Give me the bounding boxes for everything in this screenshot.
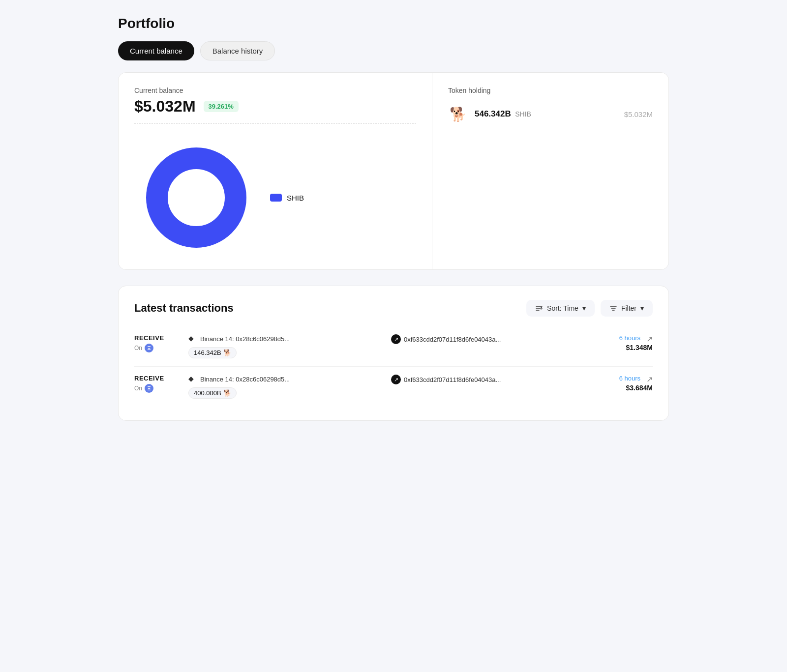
filter-button[interactable]: Filter ▾ bbox=[601, 300, 653, 317]
tx-type-2: RECEIVE bbox=[134, 375, 188, 382]
eth-icon-1: Ξ bbox=[145, 344, 153, 352]
tx-from-name-2: Binance 14: 0x28c6c06298d5... bbox=[200, 376, 290, 383]
tx-external-link-2[interactable]: ↗ bbox=[646, 375, 653, 384]
tx-usd-1: $1.348M bbox=[594, 344, 653, 351]
legend-shib: SHIB bbox=[270, 194, 304, 202]
tx-on-1: On Ξ bbox=[134, 344, 188, 352]
tx-to-addr-row-1: ↗ 0xf633cdd2f07d11f8d6fe04043a... bbox=[391, 334, 594, 344]
tx-from-col-2: ◆ Binance 14: 0x28c6c06298d5... 400.000B… bbox=[188, 375, 391, 399]
legend-area: SHIB bbox=[270, 194, 304, 202]
tx-to-addr-2: 0xf633cdd2f07d11f8d6fe04043a... bbox=[404, 376, 501, 383]
tx-to-col-1: ↗ 0xf633cdd2f07d11f8d6fe04043a... bbox=[391, 334, 594, 345]
tx-time-2: 6 hours bbox=[619, 375, 640, 382]
tx-type-col-1: RECEIVE On Ξ bbox=[134, 334, 188, 352]
tx-time-link-row-1: 6 hours ↗ bbox=[594, 334, 653, 344]
tx-external-link-1[interactable]: ↗ bbox=[646, 334, 653, 344]
tx-amount-value-2: 400.000B bbox=[194, 389, 221, 397]
tx-amount-value-1: 146.342B bbox=[194, 349, 221, 356]
tx-time-col-2: 6 hours ↗ $3.684M bbox=[594, 375, 653, 392]
balance-amount-row: $5.032M 39.261% bbox=[134, 97, 416, 116]
binance-icon-2: ◆ bbox=[188, 375, 197, 383]
legend-label-shib: SHIB bbox=[287, 194, 304, 202]
tab-current-balance[interactable]: Current balance bbox=[118, 41, 194, 60]
tx-on-label-2: On bbox=[134, 385, 142, 392]
balance-label: Current balance bbox=[134, 87, 416, 94]
sort-button[interactable]: Sort: Time ▾ bbox=[526, 300, 595, 317]
tx-amount-badge-2: 400.000B 🐕 bbox=[188, 387, 237, 399]
tx-shib-emoji-2: 🐕 bbox=[223, 389, 231, 397]
filter-label: Filter bbox=[621, 304, 636, 312]
tx-usd-2: $3.684M bbox=[594, 384, 653, 392]
tx-from-name-1: Binance 14: 0x28c6c06298d5... bbox=[200, 335, 290, 343]
tx-on-2: On Ξ bbox=[134, 384, 188, 393]
filter-chevron-icon: ▾ bbox=[640, 304, 644, 312]
table-row: RECEIVE On Ξ ◆ Binance 14: 0x28c6c06298d… bbox=[134, 326, 653, 367]
tx-to-col-2: ↗ 0xf633cdd2f07d11f8d6fe04043a... bbox=[391, 375, 594, 385]
binance-icon-1: ◆ bbox=[188, 334, 197, 343]
legend-dot-shib bbox=[270, 194, 282, 202]
tx-from-col-1: ◆ Binance 14: 0x28c6c06298d5... 146.342B… bbox=[188, 334, 391, 358]
tx-header: Latest transactions Sort: Time ▾ Filt bbox=[134, 300, 653, 317]
percent-badge: 39.261% bbox=[204, 101, 239, 112]
tx-from-addr-row-2: ◆ Binance 14: 0x28c6c06298d5... bbox=[188, 375, 391, 383]
token-name-amount: 546.342B SHIB bbox=[475, 109, 617, 119]
svg-point-1 bbox=[173, 174, 220, 221]
transactions-section: Latest transactions Sort: Time ▾ Filt bbox=[118, 286, 669, 421]
page-title: Portfolio bbox=[118, 16, 669, 31]
table-row: RECEIVE On Ξ ◆ Binance 14: 0x28c6c06298d… bbox=[134, 367, 653, 407]
tx-shib-emoji-1: 🐕 bbox=[223, 349, 231, 356]
balance-amount: $5.032M bbox=[134, 97, 196, 116]
token-row: 🐕 546.342B SHIB $5.032M bbox=[448, 104, 653, 124]
arrow-icon-2: ↗ bbox=[391, 375, 401, 384]
tx-time-link-row-2: 6 hours ↗ bbox=[594, 375, 653, 384]
balance-panel: Current balance $5.032M 39.261% SHIB bbox=[119, 73, 432, 269]
sort-icon bbox=[535, 304, 543, 312]
tab-row: Current balance Balance history bbox=[118, 41, 669, 60]
sort-label: Sort: Time bbox=[547, 304, 578, 312]
donut-svg bbox=[142, 144, 250, 252]
tx-on-label-1: On bbox=[134, 345, 142, 351]
tx-controls: Sort: Time ▾ Filter ▾ bbox=[526, 300, 653, 317]
donut-chart bbox=[142, 144, 250, 252]
tab-balance-history[interactable]: Balance history bbox=[200, 41, 275, 60]
tx-to-addr-1: 0xf633cdd2f07d11f8d6fe04043a... bbox=[404, 336, 501, 343]
tx-time-1: 6 hours bbox=[619, 334, 640, 342]
token-amount: 546.342B bbox=[475, 109, 511, 118]
arrow-icon-1: ↗ bbox=[391, 334, 401, 344]
tx-title: Latest transactions bbox=[134, 302, 234, 315]
token-panel: Token holding 🐕 546.342B SHIB $5.032M bbox=[432, 73, 668, 269]
portfolio-section: Current balance $5.032M 39.261% SHIB Tok… bbox=[118, 72, 669, 270]
filter-icon bbox=[609, 304, 617, 312]
token-holding-label: Token holding bbox=[448, 87, 653, 94]
token-usd: $5.032M bbox=[624, 110, 653, 118]
tx-type-col-2: RECEIVE On Ξ bbox=[134, 375, 188, 393]
shib-icon: 🐕 bbox=[448, 104, 468, 124]
balance-divider bbox=[134, 123, 416, 124]
eth-icon-2: Ξ bbox=[145, 384, 153, 393]
tx-time-col-1: 6 hours ↗ $1.348M bbox=[594, 334, 653, 351]
sort-chevron-icon: ▾ bbox=[582, 304, 586, 312]
donut-chart-area: SHIB bbox=[134, 136, 416, 256]
tx-amount-badge-1: 146.342B 🐕 bbox=[188, 347, 237, 358]
tx-to-addr-row-2: ↗ 0xf633cdd2f07d11f8d6fe04043a... bbox=[391, 375, 594, 384]
token-symbol: SHIB bbox=[515, 110, 531, 118]
tx-from-addr-row-1: ◆ Binance 14: 0x28c6c06298d5... bbox=[188, 334, 391, 343]
tx-type-1: RECEIVE bbox=[134, 334, 188, 342]
